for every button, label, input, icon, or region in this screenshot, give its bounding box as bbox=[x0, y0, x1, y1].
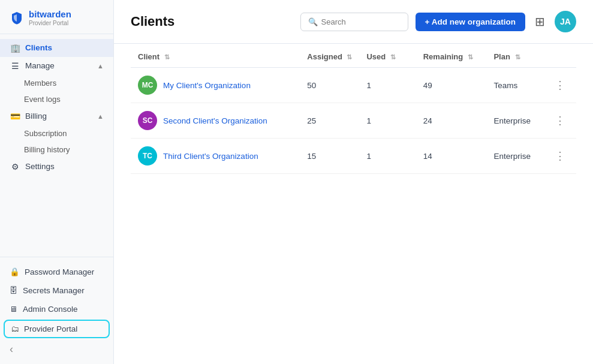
settings-label: Settings bbox=[25, 162, 55, 171]
cell-remaining-1: 49 bbox=[416, 68, 487, 103]
secrets-manager-label: Secrets Manager bbox=[23, 286, 85, 295]
org-name-link-3[interactable]: Third Client's Organization bbox=[163, 152, 258, 161]
cell-action-2: ⋮ bbox=[544, 103, 576, 139]
apps-grid-button[interactable]: ⊞ bbox=[532, 12, 547, 31]
sidebar-item-event-logs[interactable]: Event logs bbox=[0, 91, 113, 107]
col-header-client[interactable]: Client ⇅ bbox=[131, 44, 300, 68]
sort-icon-assigned: ⇅ bbox=[347, 53, 352, 61]
sidebar-item-manage[interactable]: ☰ Manage ▲ bbox=[0, 57, 113, 75]
col-used-label: Used bbox=[366, 52, 386, 61]
members-label: Members bbox=[24, 79, 56, 88]
cell-used-2: 1 bbox=[359, 103, 416, 139]
table-row: TC Third Client's Organization 15 1 14 E… bbox=[131, 139, 576, 174]
org-avatar-1: MC bbox=[138, 76, 157, 95]
sidebar-item-provider-portal[interactable]: 🗂 Provider Portal bbox=[4, 320, 110, 338]
cell-assigned-1: 50 bbox=[300, 68, 359, 103]
provider-portal-icon: 🗂 bbox=[11, 324, 19, 333]
sidebar-item-admin-console[interactable]: 🖥 Admin Console bbox=[0, 300, 113, 318]
portal-label: Provider Portal bbox=[29, 20, 71, 26]
org-name-link-2[interactable]: Second Client's Organization bbox=[163, 116, 267, 125]
table-body: MC My Client's Organization 50 1 49 Team… bbox=[131, 68, 576, 174]
col-header-plan[interactable]: Plan ⇅ bbox=[486, 44, 544, 68]
search-box[interactable]: 🔍 bbox=[300, 13, 408, 31]
cell-used-3: 1 bbox=[359, 139, 416, 174]
main-header: Clients 🔍 + Add new organization ⊞ JA bbox=[114, 0, 593, 44]
billing-label: Billing bbox=[25, 112, 47, 121]
sidebar-item-clients[interactable]: 🏢 Clients bbox=[0, 39, 113, 57]
cell-plan-3: Enterprise bbox=[486, 139, 544, 174]
chevron-up-icon-billing: ▲ bbox=[97, 113, 104, 120]
col-assigned-label: Assigned bbox=[307, 52, 342, 61]
sidebar-item-password-manager[interactable]: 🔒 Password Manager bbox=[0, 262, 113, 281]
add-org-button-label: + Add new organization bbox=[425, 17, 516, 26]
col-header-assigned[interactable]: Assigned ⇅ bbox=[300, 44, 359, 68]
chevron-up-icon: ▲ bbox=[97, 62, 104, 70]
cell-assigned-2: 25 bbox=[300, 103, 359, 139]
cell-plan-2: Enterprise bbox=[486, 103, 544, 139]
secrets-manager-icon: 🗄 bbox=[10, 286, 18, 295]
clients-label: Clients bbox=[25, 43, 52, 52]
org-name-link-1[interactable]: My Client's Organization bbox=[163, 81, 251, 90]
sidebar-item-billing[interactable]: 💳 Billing ▲ bbox=[0, 107, 113, 125]
collapse-icon: ‹ bbox=[10, 343, 13, 356]
main-content-area: Clients 🔍 + Add new organization ⊞ JA Cl… bbox=[114, 0, 593, 364]
org-cell-2: SC Second Client's Organization bbox=[138, 111, 293, 130]
billing-history-label: Billing history bbox=[24, 145, 70, 154]
col-client-label: Client bbox=[138, 52, 159, 61]
sidebar-item-secrets-manager[interactable]: 🗄 Secrets Manager bbox=[0, 281, 113, 300]
sort-icon-remaining: ⇅ bbox=[468, 53, 473, 61]
row-more-button-3[interactable]: ⋮ bbox=[551, 148, 569, 164]
cell-action-3: ⋮ bbox=[544, 139, 576, 174]
clients-icon: 🏢 bbox=[10, 43, 20, 53]
sort-icon-client: ⇅ bbox=[164, 53, 170, 61]
table-row: SC Second Client's Organization 25 1 24 … bbox=[131, 103, 576, 139]
logo-text-block: bitwarden Provider Portal bbox=[29, 10, 71, 26]
search-icon: 🔍 bbox=[308, 17, 318, 26]
subscription-label: Subscription bbox=[24, 129, 67, 138]
col-remaining-label: Remaining bbox=[423, 52, 463, 61]
cell-used-1: 1 bbox=[359, 68, 416, 103]
sidebar-item-billing-history[interactable]: Billing history bbox=[0, 142, 113, 158]
admin-console-icon: 🖥 bbox=[10, 305, 18, 314]
col-plan-label: Plan bbox=[493, 52, 510, 61]
table-container: Client ⇅ Assigned ⇅ Used ⇅ Remaining ⇅ bbox=[114, 44, 593, 364]
add-organization-button[interactable]: + Add new organization bbox=[416, 13, 525, 31]
search-input[interactable] bbox=[321, 17, 401, 26]
password-manager-label: Password Manager bbox=[25, 267, 94, 276]
cell-action-1: ⋮ bbox=[544, 68, 576, 103]
event-logs-label: Event logs bbox=[24, 95, 61, 104]
col-header-remaining[interactable]: Remaining ⇅ bbox=[416, 44, 487, 68]
manage-icon: ☰ bbox=[10, 61, 20, 71]
page-title: Clients bbox=[131, 14, 174, 29]
provider-portal-label: Provider Portal bbox=[24, 324, 77, 333]
table-header: Client ⇅ Assigned ⇅ Used ⇅ Remaining ⇅ bbox=[131, 44, 576, 68]
password-manager-icon: 🔒 bbox=[10, 267, 20, 276]
sidebar-collapse-button[interactable]: ‹ bbox=[0, 339, 113, 359]
cell-client-1: MC My Client's Organization bbox=[131, 68, 300, 103]
sidebar: bitwarden Provider Portal 🏢 Clients ☰ Ma… bbox=[0, 0, 114, 364]
org-cell-1: MC My Client's Organization bbox=[138, 76, 293, 95]
row-more-button-2[interactable]: ⋮ bbox=[551, 113, 569, 128]
admin-console-label: Admin Console bbox=[23, 305, 78, 314]
sidebar-item-settings[interactable]: ⚙ Settings bbox=[0, 158, 113, 176]
sort-icon-used: ⇅ bbox=[390, 53, 396, 61]
sidebar-logo: bitwarden Provider Portal bbox=[0, 0, 113, 34]
col-header-used[interactable]: Used ⇅ bbox=[359, 44, 416, 68]
col-header-action bbox=[544, 44, 576, 68]
sidebar-item-subscription[interactable]: Subscription bbox=[0, 125, 113, 142]
sidebar-item-members[interactable]: Members bbox=[0, 75, 113, 91]
org-avatar-3: TC bbox=[138, 146, 157, 166]
org-avatar-2: SC bbox=[138, 111, 157, 130]
avatar-initials: JA bbox=[560, 17, 571, 26]
sidebar-bottom: 🔒 Password Manager 🗄 Secrets Manager 🖥 A… bbox=[0, 257, 113, 364]
user-avatar[interactable]: JA bbox=[555, 11, 576, 32]
manage-label: Manage bbox=[25, 61, 55, 70]
bitwarden-logo-icon bbox=[10, 11, 24, 25]
billing-icon: 💳 bbox=[10, 112, 20, 121]
row-more-button-1[interactable]: ⋮ bbox=[551, 77, 569, 93]
clients-table: Client ⇅ Assigned ⇅ Used ⇅ Remaining ⇅ bbox=[131, 44, 576, 174]
table-row: MC My Client's Organization 50 1 49 Team… bbox=[131, 68, 576, 103]
cell-client-3: TC Third Client's Organization bbox=[131, 139, 300, 174]
cell-remaining-2: 24 bbox=[416, 103, 487, 139]
org-cell-3: TC Third Client's Organization bbox=[138, 146, 293, 166]
